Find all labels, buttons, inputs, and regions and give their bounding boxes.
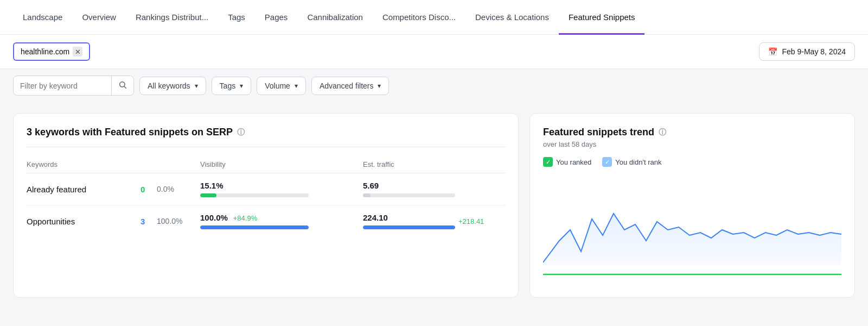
keywords-card: 3 keywords with Featured snippets on SER… xyxy=(13,113,519,298)
trend-card-title: Featured snippets trend ⓘ xyxy=(543,127,841,138)
svg-marker-2 xyxy=(543,214,841,265)
toolbar-left: healthline.com ✕ xyxy=(13,42,90,61)
advanced-filters-label: Advanced filters xyxy=(320,82,374,90)
info-icon[interactable]: ⓘ xyxy=(237,128,245,137)
tags-filter[interactable]: Tags xyxy=(212,77,252,95)
nav-item-pages[interactable]: Pages xyxy=(255,1,298,35)
trend-card: Featured snippets trend ⓘ over last 58 d… xyxy=(529,113,855,298)
traffic-change: +218.41 xyxy=(458,217,484,225)
top-navigation: Landscape Overview Rankings Distribut...… xyxy=(0,0,868,35)
row-pct: 0.0% xyxy=(157,185,174,193)
visibility-bar xyxy=(200,225,309,229)
nav-item-competitors[interactable]: Competitors Disco... xyxy=(373,1,465,35)
nav-item-landscape[interactable]: Landscape xyxy=(13,1,72,35)
search-icon xyxy=(118,80,127,89)
visibility-value: 100.0% +84.9% xyxy=(200,213,320,222)
trend-chart xyxy=(543,175,841,284)
search-box xyxy=(13,76,134,96)
visibility-fill xyxy=(200,193,216,197)
row-pct: 100.0% xyxy=(157,217,182,225)
traffic-fill xyxy=(363,193,371,197)
table-row: Already featured 0 0.0% 15.1% xyxy=(27,173,505,205)
remove-domain-button[interactable]: ✕ xyxy=(73,47,82,57)
visibility-bar xyxy=(200,193,309,197)
traffic-fill xyxy=(363,225,455,229)
table-row: Opportunities 3 100.0% 100.0% +84.9% xyxy=(27,205,505,237)
nav-item-tags[interactable]: Tags xyxy=(218,1,255,35)
date-range-label: Feb 9-May 8, 2024 xyxy=(782,47,846,56)
trend-subtitle: over last 58 days xyxy=(543,140,841,148)
vis-change: +84.9% xyxy=(233,214,257,222)
advanced-filters-button[interactable]: Advanced filters xyxy=(311,77,390,95)
legend-ranked-icon: ✓ xyxy=(543,157,553,167)
nav-item-overview[interactable]: Overview xyxy=(72,1,126,35)
legend-ranked-label: You ranked xyxy=(556,158,591,166)
row-label: Already featured xyxy=(27,185,86,194)
visibility-value: 15.1% xyxy=(200,181,320,190)
trend-chart-svg xyxy=(543,175,841,284)
keywords-card-title: 3 keywords with Featured snippets on SER… xyxy=(27,127,505,138)
col-count xyxy=(135,156,157,173)
legend-not-ranked: ✓ You didn't rank xyxy=(602,157,661,167)
visibility-fill xyxy=(200,225,309,229)
nav-item-devices[interactable]: Devices & Locations xyxy=(465,1,559,35)
divider xyxy=(27,147,505,147)
col-visibility: Visibility xyxy=(200,156,320,173)
chart-legend: ✓ You ranked ✓ You didn't rank xyxy=(543,157,841,167)
domain-tag[interactable]: healthline.com ✕ xyxy=(13,42,90,61)
nav-item-snippets[interactable]: Featured Snippets xyxy=(559,1,645,35)
search-button[interactable] xyxy=(111,76,133,95)
row-count: 0 xyxy=(135,185,150,194)
date-picker[interactable]: 📅 Feb 9-May 8, 2024 xyxy=(759,42,855,61)
trend-title-text: Featured snippets trend xyxy=(543,127,654,138)
col-keywords: Keywords xyxy=(27,156,135,173)
row-count: 3 xyxy=(135,217,150,226)
row-label: Opportunities xyxy=(27,217,75,226)
traffic-value: 5.69 xyxy=(363,181,455,190)
col-traffic: Est. traffic xyxy=(363,156,455,173)
calendar-icon: 📅 xyxy=(768,47,777,56)
legend-ranked: ✓ You ranked xyxy=(543,157,591,167)
traffic-bar xyxy=(363,225,455,229)
trend-info-icon[interactable]: ⓘ xyxy=(659,128,666,137)
main-content: 3 keywords with Featured snippets on SER… xyxy=(0,102,868,309)
svg-line-1 xyxy=(124,86,126,89)
keywords-table: Keywords Visibility Est. traffic Already… xyxy=(27,156,505,237)
nav-item-cannibalization[interactable]: Cannibalization xyxy=(297,1,373,35)
filter-bar: All keywords Tags Volume Advanced filter… xyxy=(0,69,868,102)
domain-label: healthline.com xyxy=(21,47,69,56)
keyword-search-input[interactable] xyxy=(14,77,111,95)
traffic-value: 224.10 xyxy=(363,213,455,222)
svg-point-0 xyxy=(120,82,125,87)
col-vis-change xyxy=(320,156,363,173)
traffic-bar xyxy=(363,193,455,197)
all-keywords-label: All keywords xyxy=(148,82,190,90)
legend-not-ranked-label: You didn't rank xyxy=(615,158,661,166)
col-traffic-change xyxy=(455,156,505,173)
volume-filter[interactable]: Volume xyxy=(257,77,306,95)
all-keywords-filter[interactable]: All keywords xyxy=(139,77,206,95)
legend-not-ranked-icon: ✓ xyxy=(602,157,612,167)
toolbar: healthline.com ✕ 📅 Feb 9-May 8, 2024 xyxy=(0,35,868,69)
volume-label: Volume xyxy=(265,82,290,90)
nav-item-rankings[interactable]: Rankings Distribut... xyxy=(126,1,218,35)
keywords-card-title-text: 3 keywords with Featured snippets on SER… xyxy=(27,127,233,138)
col-pct xyxy=(157,156,200,173)
tags-label: Tags xyxy=(220,82,236,90)
